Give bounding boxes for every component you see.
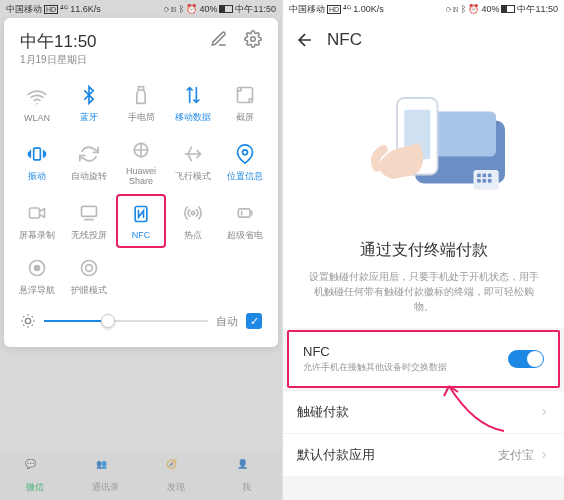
tap-pay-row[interactable]: 触碰付款: [283, 390, 564, 433]
tile-rotate[interactable]: 自动旋转: [64, 132, 114, 192]
brightness-thumb[interactable]: [101, 314, 115, 328]
notification-date: 2019年12月4日: [210, 359, 272, 372]
section-title: 通过支付终端付款: [283, 236, 564, 269]
default-pay-app-row[interactable]: 默认付款应用 支付宝: [283, 433, 564, 476]
tile-label: 无线投屏: [71, 229, 107, 242]
tile-bluetooth[interactable]: 蓝牙: [64, 77, 114, 130]
svg-rect-7: [82, 206, 97, 216]
eye-icon: [77, 256, 101, 280]
carrier: 中国移动: [6, 3, 42, 16]
tile-label: 热点: [184, 229, 202, 242]
status-time: 中午11:50: [517, 3, 558, 16]
nav-me[interactable]: 👤我: [212, 452, 283, 500]
battery: 40%: [199, 4, 217, 14]
tile-share[interactable]: Huawei Share: [116, 132, 166, 192]
section-description: 设置触碰付款应用后，只要手机处于开机状态，用手机触碰任何带有触碰付款徽标的终端，…: [283, 269, 564, 328]
flashlight-icon: [129, 83, 153, 107]
svg-point-12: [35, 266, 40, 271]
tile-label: WLAN: [24, 113, 50, 123]
cast-icon: [77, 201, 101, 225]
tile-float[interactable]: 悬浮导航: [12, 250, 62, 303]
tile-screenshot[interactable]: 截屏: [220, 77, 270, 130]
airplane-icon: [181, 142, 205, 166]
page-header: NFC: [283, 18, 564, 62]
float-icon: [25, 256, 49, 280]
tile-label: 自动旋转: [71, 170, 107, 183]
svg-point-0: [251, 37, 256, 42]
status-bar: 中国移动 HD ⁴ᴳ 11.6K/s ⟳ ℕ ᛒ ⏰ 40% 中午11:50: [0, 0, 282, 18]
tile-vibrate[interactable]: 振动: [12, 132, 62, 192]
nfc-icon: [129, 202, 153, 226]
rotate-icon: [77, 142, 101, 166]
notification-item[interactable]: 微信游戏 凡人手游不凡路回首 2019年11月8日: [0, 391, 282, 441]
svg-point-14: [86, 265, 93, 272]
tile-airplane[interactable]: 飞行模式: [168, 132, 218, 192]
settings-icon[interactable]: [244, 30, 262, 48]
brightness-slider[interactable]: 自动 ✓: [12, 303, 270, 339]
net-speed: 11.6K/s: [70, 4, 101, 14]
battery: 40%: [481, 4, 499, 14]
edit-icon[interactable]: [210, 30, 228, 48]
location-icon: [233, 142, 257, 166]
status-time: 中午11:50: [235, 3, 276, 16]
panel-time: 中午11:50: [20, 30, 97, 53]
screenshot-icon: [233, 83, 257, 107]
tile-record[interactable]: 屏幕录制: [12, 194, 62, 248]
chevron-right-icon: [538, 406, 550, 418]
carrier: 中国移动: [289, 3, 325, 16]
svg-rect-24: [487, 179, 491, 183]
notification-subtitle: 零钱通使用规则: [48, 367, 111, 380]
share-icon: [129, 138, 153, 162]
tile-label: 蓝牙: [80, 111, 98, 124]
svg-rect-23: [482, 179, 486, 183]
svg-rect-6: [30, 208, 40, 218]
tile-hotspot[interactable]: 热点: [168, 194, 218, 248]
tile-eye[interactable]: 护眼模式: [64, 250, 114, 303]
tile-location[interactable]: 位置信息: [220, 132, 270, 192]
nfc-description: 允许手机在接触其他设备时交换数据: [303, 361, 508, 374]
brightness-icon: [20, 313, 36, 329]
tile-label: 超级省电: [227, 229, 263, 242]
tile-label: 振动: [28, 170, 46, 183]
svg-point-9: [191, 211, 194, 214]
auto-brightness-label: 自动: [216, 314, 238, 329]
chevron-right-icon: [538, 449, 550, 461]
svg-point-15: [25, 318, 30, 323]
data-icon: [181, 83, 205, 107]
notification-item[interactable]: 服务通知 零钱通使用规则 2019年12月4日: [0, 340, 282, 390]
brightness-track[interactable]: [44, 320, 208, 322]
back-icon[interactable]: [295, 30, 315, 50]
hotspot-icon: [181, 201, 205, 225]
nav-discover[interactable]: 🧭发现: [141, 452, 212, 500]
tile-label: 移动数据: [175, 111, 211, 124]
nav-contacts[interactable]: 👥通讯录: [71, 452, 142, 500]
battery-icon: [233, 201, 257, 225]
bottom-nav: 💬微信 👥通讯录 🧭发现 👤我: [0, 452, 282, 500]
net-speed: 1.00K/s: [353, 4, 384, 14]
notification-app-icon: [10, 351, 38, 379]
tile-label: 截屏: [236, 111, 254, 124]
tile-label: 悬浮导航: [19, 284, 55, 297]
tile-nfc[interactable]: NFC: [116, 194, 166, 248]
tile-data[interactable]: 移动数据: [168, 77, 218, 130]
tile-wifi[interactable]: WLAN: [12, 77, 62, 130]
notification-date: 2019年11月8日: [210, 410, 272, 423]
bluetooth-icon: [77, 83, 101, 107]
wifi-icon: [25, 85, 49, 109]
svg-rect-3: [34, 148, 41, 160]
tile-label: 护眼模式: [71, 284, 107, 297]
nav-wechat[interactable]: 💬微信: [0, 452, 71, 500]
tile-cast[interactable]: 无线投屏: [64, 194, 114, 248]
svg-rect-19: [477, 174, 481, 178]
nfc-toggle[interactable]: [508, 350, 544, 368]
status-bar: 中国移动 HD ⁴ᴳ 1.00K/s ⟳ ℕ ᛒ ⏰ 40% 中午11:50: [283, 0, 564, 18]
notification-title: 微信游戏: [48, 401, 129, 418]
auto-brightness-checkbox[interactable]: ✓: [246, 313, 262, 329]
nfc-toggle-row[interactable]: NFC 允许手机在接触其他设备时交换数据: [287, 330, 560, 388]
notification-subtitle: 凡人手游不凡路回首: [48, 418, 129, 431]
vibrate-icon: [25, 142, 49, 166]
svg-rect-2: [238, 88, 253, 103]
default-pay-app-value: 支付宝: [498, 447, 534, 464]
tile-flashlight[interactable]: 手电筒: [116, 77, 166, 130]
tile-battery[interactable]: 超级省电: [220, 194, 270, 248]
